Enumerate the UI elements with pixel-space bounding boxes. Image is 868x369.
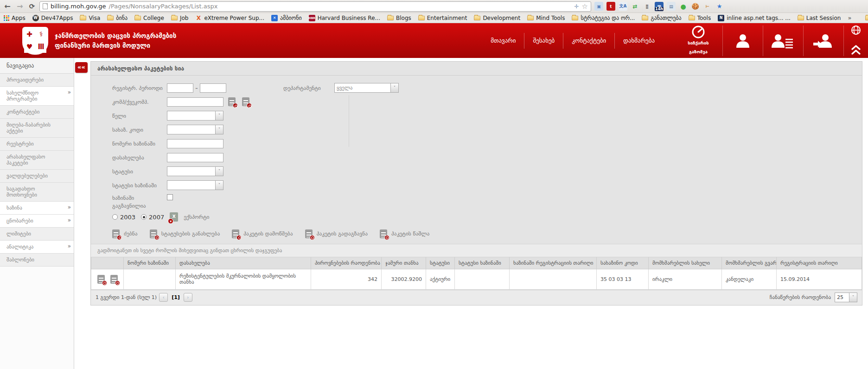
sidebar-item-contracts[interactable]: კონტრაქტები: [0, 106, 74, 119]
bookmark-folder-strategia[interactable]: სტრატეგია და ორ...: [572, 15, 635, 21]
page-size-select[interactable]: 25 ˅: [835, 293, 857, 302]
forward-icon[interactable]: →: [15, 2, 25, 11]
fit-page-icon[interactable]: ✛: [574, 3, 579, 10]
back-icon[interactable]: ←: [3, 2, 12, 11]
approve-package-button[interactable]: პაკეტის დამოწმება: [232, 229, 293, 238]
bookmark-folder-bina[interactable]: ბინა: [107, 15, 128, 21]
sidebar-item-providers[interactable]: პროვაიდერები: [0, 74, 74, 87]
url-bar[interactable]: billing.moh.gov.ge/Pages/NonsalaryPackag…: [39, 1, 591, 12]
prev-page-button[interactable]: ‹: [159, 293, 168, 302]
sent-to-treasury-checkbox[interactable]: [167, 194, 173, 200]
user-profile-button[interactable]: [723, 33, 763, 49]
col-persons-count[interactable]: პიროვნებების რაოდენობა: [311, 257, 382, 269]
bookmark-folder-job[interactable]: Job: [171, 15, 189, 21]
treasury-code-select[interactable]: ˅: [167, 125, 223, 134]
sidebar-item-registers[interactable]: რეესტრები: [0, 138, 74, 151]
col-user-last-name[interactable]: მომხმარებლის გვარი: [722, 257, 777, 269]
sidebar-item-treasury[interactable]: ხაზინა»: [0, 202, 74, 215]
extension-t-icon[interactable]: t: [606, 2, 615, 11]
col-status[interactable]: სტატუსი: [426, 257, 455, 269]
bookmark-hbr[interactable]: HBR Harvard Business Re...: [309, 15, 380, 21]
comp-edit-button[interactable]: [242, 97, 249, 106]
current-page[interactable]: [1]: [172, 294, 180, 300]
row-edit-button[interactable]: [110, 275, 118, 284]
number-in-treasury-input[interactable]: [167, 139, 223, 148]
collapse-header-icon[interactable]: [851, 45, 861, 56]
bookmark-star-icon[interactable]: ☆: [582, 2, 588, 11]
register-period-to-input[interactable]: [200, 83, 226, 93]
sidebar-item-acceptance-acts[interactable]: მიღება-ჩაბარების აქტები: [0, 119, 74, 138]
sidebar-item-limits[interactable]: ლიმიტები: [0, 228, 74, 241]
sidebar-item-payment-requests[interactable]: საგადახდო მოთხოვნები: [0, 183, 74, 202]
bookmark-ambioni[interactable]: ✕ ამბიონი: [271, 15, 302, 21]
nav-about[interactable]: შესახებ: [524, 37, 563, 44]
year-select[interactable]: ˅: [167, 111, 223, 121]
nav-contacts[interactable]: კონტაქტები: [563, 37, 614, 44]
status-select[interactable]: ˅: [167, 166, 223, 176]
bookmark-folder-development[interactable]: Development: [474, 15, 520, 21]
sidebar-item-templates[interactable]: შაბლონები: [0, 254, 74, 267]
extension-calendar-icon[interactable]: ▦14h: [655, 2, 664, 11]
search-button[interactable]: ძებნა: [112, 229, 138, 238]
nav-help[interactable]: დახმარება: [615, 37, 663, 44]
sidebar-item-state-programs[interactable]: სახელმწიფო პროგრამები»: [0, 87, 74, 106]
comp-lookup-button[interactable]: [228, 97, 236, 106]
bookmark-dev47apps[interactable]: W Dev47Apps: [32, 15, 73, 21]
bookmark-folder-blogs[interactable]: Blogs: [387, 15, 411, 21]
extension-pin-icon[interactable]: ●: [679, 2, 688, 11]
bookmark-folder-mindtools[interactable]: Mind Tools: [527, 15, 565, 21]
col-total-amount[interactable]: ჯამური თანხა: [382, 257, 426, 269]
bookmark-folder-ganatleba[interactable]: განათლება: [642, 15, 681, 21]
register-period-from-input[interactable]: [167, 83, 193, 93]
name-input[interactable]: [167, 153, 223, 162]
delete-package-button[interactable]: პაკეტის წაშლა: [380, 229, 429, 238]
radio-2003[interactable]: [112, 214, 118, 220]
extension-screenshot-icon[interactable]: ▤: [667, 2, 676, 11]
extension-cookie-icon[interactable]: 🍪: [691, 2, 700, 11]
col-user-first-name[interactable]: მომხმარებლის სახელი: [649, 257, 722, 269]
bookmark-aspnet-tags[interactable]: N inline asp.net tags... ...: [718, 15, 791, 21]
row-view-button[interactable]: [97, 275, 105, 284]
logout-button[interactable]: [804, 33, 843, 49]
bookmark-extreme[interactable]: X eXtreme Power Sup...: [195, 15, 264, 21]
speed-test-button[interactable]: სიჩქარის გაზომვა: [674, 25, 722, 56]
comp-subcomp-input[interactable]: [167, 97, 223, 107]
refresh-statuses-button[interactable]: სტატუსების განახლება: [150, 229, 220, 238]
col-treasury-code[interactable]: სახაზინო კოდი: [597, 257, 649, 269]
bookmark-folder-tools[interactable]: Tools: [689, 15, 711, 21]
nav-home[interactable]: მთავარი: [482, 37, 524, 44]
other-bookmarks[interactable]: Other boo: [865, 15, 868, 21]
sidebar-item-liabilities[interactable]: ვალდებულებები: [0, 170, 74, 183]
extension-ruler-icon[interactable]: ⊢: [703, 2, 712, 11]
next-page-button[interactable]: ›: [184, 293, 192, 302]
sidebar-item-directories[interactable]: ცნობარები»: [0, 215, 74, 228]
globe-icon[interactable]: [851, 25, 861, 35]
sidebar-collapse-button[interactable]: ««: [75, 62, 88, 73]
radio-2007[interactable]: [141, 214, 147, 220]
user-list-button[interactable]: [763, 33, 803, 49]
extension-arrows-icon[interactable]: ⇄: [631, 2, 639, 11]
bookmarks-overflow-chevron[interactable]: »: [848, 14, 851, 21]
bookmark-apps[interactable]: Apps: [4, 15, 26, 21]
status-in-treasury-select[interactable]: ˅: [167, 180, 223, 190]
excel-export-icon[interactable]: X▾: [170, 212, 178, 222]
bookmark-folder-entertainment[interactable]: Entertainment: [418, 15, 467, 21]
col-reg-date[interactable]: რეგისტრაციის თარიღი: [777, 257, 862, 269]
bookmark-folder-last-session[interactable]: Last Session: [798, 15, 841, 21]
extension-photo-icon[interactable]: ▣: [594, 2, 603, 11]
sidebar-item-nonsalary-packages[interactable]: არასახელფასო პაკეტები: [0, 151, 74, 170]
bookmark-folder-visa[interactable]: Visa: [80, 15, 100, 21]
sidebar-item-analytics[interactable]: ანალიტიკა»: [0, 241, 74, 254]
extension-grid-icon[interactable]: ⣿: [643, 2, 651, 11]
bookmark-folder-college[interactable]: College: [134, 15, 164, 21]
reload-icon[interactable]: ⟳: [28, 2, 36, 11]
col-status-in-treasury[interactable]: სტატუსი ხაზინაში: [455, 257, 510, 269]
col-name[interactable]: დასახელება: [176, 257, 311, 269]
send-package-button[interactable]: პაკეტის გადაგზავნა: [305, 229, 368, 238]
extension-translate-icon[interactable]: 文A: [619, 2, 627, 11]
group-by-hint[interactable]: გადმოიტანეთ ის სვეტი რომლის მიხედვითაც გ…: [91, 244, 862, 257]
extension-star-icon[interactable]: ★: [715, 2, 724, 11]
col-treasury-reg-date[interactable]: ხაზინაში რეგისტრაციის თარიღი: [510, 257, 597, 269]
department-select[interactable]: ყველა ˅: [334, 83, 399, 93]
col-number-in-treasury[interactable]: ნომერი ხაზინაში: [124, 257, 176, 269]
